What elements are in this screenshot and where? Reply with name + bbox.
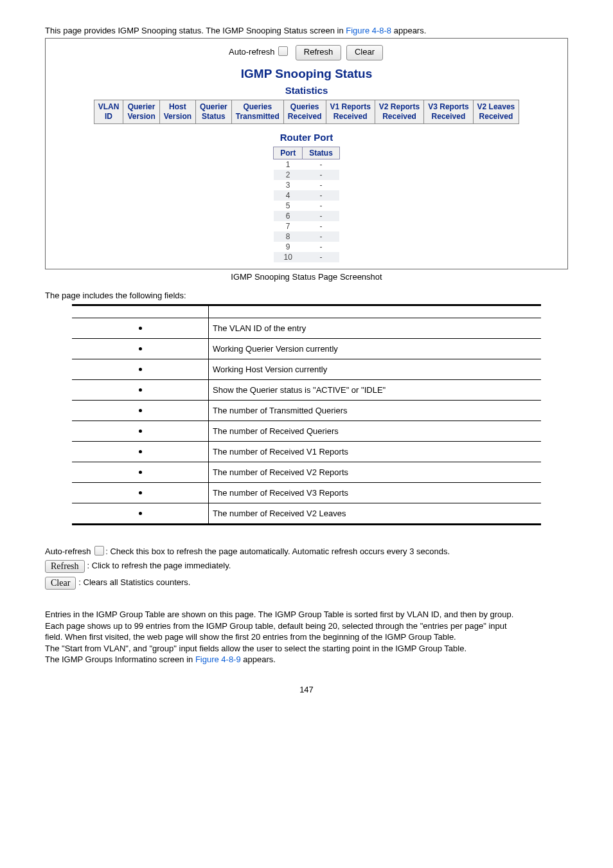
- bullet-icon: [139, 327, 142, 330]
- col-v2-reports: V2 ReportsReceived: [375, 100, 423, 124]
- auto-refresh-label: Auto-refresh: [229, 47, 275, 57]
- table-row: The number of Received V2 Reports: [72, 462, 541, 483]
- table-row: 9-: [274, 242, 340, 252]
- table-row: 1-: [274, 159, 340, 170]
- col-v2-leaves: V2 LeavesReceived: [473, 100, 519, 124]
- groups-line: Entries in the IGMP Group Table are show…: [45, 609, 568, 620]
- table-row: 8-: [274, 231, 340, 242]
- table-row: The number of Received V3 Reports: [72, 483, 541, 503]
- table-row: 7-: [274, 221, 340, 231]
- router-col-status: Status: [303, 147, 340, 159]
- groups-line: The IGMP Groups Informatino screen in Fi…: [45, 654, 568, 665]
- intro-prefix: This page provides IGMP Snooping status.…: [45, 26, 346, 35]
- groups-l5-suffix: appears.: [241, 655, 276, 664]
- refresh-button-inline: Refresh: [45, 560, 85, 573]
- bullet-icon: [139, 429, 142, 433]
- col-host-version: HostVersion: [159, 100, 195, 124]
- groups-paragraph: Entries in the IGMP Group Table are show…: [45, 609, 568, 665]
- col-v3-reports: V3 ReportsReceived: [424, 100, 473, 124]
- bullet-icon: [139, 450, 142, 453]
- groups-l5-prefix: The IGMP Groups Informatino screen in: [45, 655, 195, 664]
- field-desc: The number of Received V2 Leaves: [209, 503, 542, 525]
- fields-table: The VLAN ID of the entry Working Querier…: [72, 304, 541, 525]
- auto-refresh-prefix: Auto-refresh: [45, 547, 93, 556]
- panel-title: IGMP Snooping Status: [46, 67, 567, 81]
- figure-link-4-8-8[interactable]: Figure 4-8-8: [346, 26, 391, 35]
- field-desc: The VLAN ID of the entry: [209, 318, 542, 339]
- table-row: 3-: [274, 180, 340, 190]
- field-desc: The number of Received V3 Reports: [209, 483, 542, 503]
- col-querier-status: QuerierStatus: [196, 100, 232, 124]
- field-desc: The number of Received V2 Reports: [209, 462, 542, 483]
- page-number: 147: [45, 685, 568, 694]
- bullet-icon: [139, 471, 142, 474]
- table-row: Working Host Version currently: [72, 359, 541, 380]
- field-desc: The number of Received Queriers: [209, 421, 542, 442]
- checkbox-icon: [94, 546, 104, 556]
- bullet-icon: [139, 347, 142, 350]
- table-row: The number of Received Queriers: [72, 421, 541, 442]
- refresh-suffix: : Click to refresh the page immediately.: [87, 561, 231, 570]
- statistics-table: VLANID QuerierVersion HostVersion Querie…: [94, 100, 520, 124]
- clear-note: Clear: Clears all Statistics counters.: [45, 577, 568, 590]
- col-vlan-id: VLANID: [94, 100, 123, 124]
- field-desc: The number of Transmitted Queriers: [209, 401, 542, 421]
- table-row: The number of Transmitted Queriers: [72, 401, 541, 421]
- field-desc: Show the Querier status is "ACTIVE" or "…: [209, 380, 542, 401]
- screenshot-panel: Auto-refresh Refresh Clear IGMP Snooping…: [45, 38, 568, 269]
- table-row: Show the Querier status is "ACTIVE" or "…: [72, 380, 541, 401]
- auto-refresh-note: Auto-refresh : Check this box to refresh…: [45, 546, 568, 556]
- table-row: 10-: [274, 252, 340, 262]
- bullet-icon: [139, 368, 142, 371]
- groups-line: Each page shows up to 99 entries from th…: [45, 620, 568, 632]
- clear-button[interactable]: Clear: [346, 45, 383, 60]
- intro-text: This page provides IGMP Snooping status.…: [45, 26, 568, 35]
- refresh-button[interactable]: Refresh: [296, 45, 342, 60]
- col-v1-reports: V1 ReportsReceived: [326, 100, 375, 124]
- col-querier-version: QuerierVersion: [123, 100, 159, 124]
- table-row: The number of Received V1 Reports: [72, 442, 541, 462]
- field-desc: The number of Received V1 Reports: [209, 442, 542, 462]
- groups-line: The "Start from VLAN", and "group" input…: [45, 643, 568, 655]
- panel-subtitle-router: Router Port: [46, 132, 567, 143]
- table-row: Working Querier Version currently: [72, 339, 541, 359]
- auto-refresh-suffix: : Check this box to refresh the page aut…: [105, 547, 450, 556]
- clear-button-inline: Clear: [45, 577, 76, 590]
- table-row: 6-: [274, 211, 340, 221]
- figure-link-4-8-9[interactable]: Figure 4-8-9: [195, 655, 241, 664]
- col-queries-received: QueriesReceived: [283, 100, 326, 124]
- auto-refresh-checkbox[interactable]: [278, 46, 288, 56]
- table-row: 4-: [274, 190, 340, 201]
- top-controls: Auto-refresh Refresh Clear: [46, 45, 567, 60]
- table-row: The number of Received V2 Leaves: [72, 503, 541, 525]
- bullet-icon: [139, 409, 142, 412]
- screenshot-caption: IGMP Snooping Status Page Screenshot: [45, 272, 568, 282]
- refresh-note: Refresh: Click to refresh the page immed…: [45, 560, 568, 573]
- field-desc: Working Host Version currently: [209, 359, 542, 380]
- groups-line: field. When first visited, the web page …: [45, 631, 568, 643]
- bullet-icon: [139, 512, 142, 515]
- panel-subtitle-statistics: Statistics: [46, 85, 567, 96]
- bullet-icon: [139, 491, 142, 494]
- field-desc: Working Querier Version currently: [209, 339, 542, 359]
- clear-suffix: : Clears all Statistics counters.: [78, 577, 190, 587]
- table-row: 2-: [274, 170, 340, 180]
- fields-intro: The page includes the following fields:: [45, 291, 568, 300]
- col-queries-transmitted: QueriesTransmitted: [231, 100, 283, 124]
- router-port-table: Port Status 1- 2- 3- 4- 5- 6- 7- 8- 9- 1…: [273, 147, 340, 262]
- intro-suffix: appears.: [391, 26, 426, 35]
- bullet-icon: [139, 388, 142, 392]
- table-row: The VLAN ID of the entry: [72, 318, 541, 339]
- table-row: 5-: [274, 201, 340, 211]
- router-col-port: Port: [274, 147, 303, 159]
